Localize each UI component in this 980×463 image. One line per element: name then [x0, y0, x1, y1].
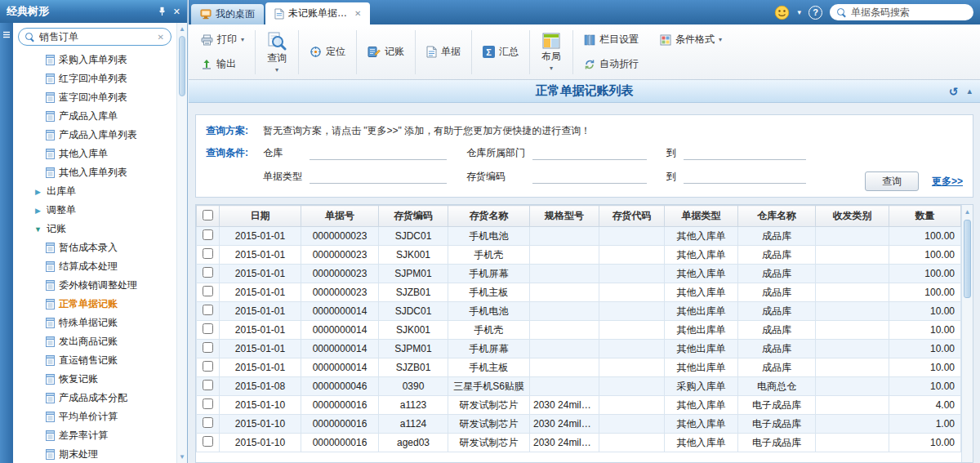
- tree-item[interactable]: ▶ ▼ 产成品入库单列表: [13, 126, 176, 145]
- row-checkbox[interactable]: [203, 361, 213, 372]
- tree-item[interactable]: ▶ ▼ 其他入库单: [13, 145, 176, 163]
- row-checkbox[interactable]: [203, 380, 213, 390]
- row-checkbox[interactable]: [203, 286, 213, 296]
- smiley-icon[interactable]: [774, 5, 790, 20]
- clear-search-icon[interactable]: ✕: [158, 33, 164, 42]
- table-row[interactable]: 2015-01-10 0000000016 aged03 研发试制芯片 2030…: [197, 434, 961, 452]
- query-button[interactable]: 查询 ▾: [260, 29, 294, 76]
- column-header[interactable]: 单据号: [301, 206, 379, 227]
- conditional-format-button[interactable]: 条件格式 ▾: [653, 30, 728, 49]
- tree-item[interactable]: ▶ ▼ 特殊单据记账: [13, 314, 176, 332]
- table-row[interactable]: 2015-01-01 0000000014 SJPM01 手机屏幕 其他出库单 …: [197, 340, 961, 358]
- collapse-panel-icon[interactable]: ▴: [967, 86, 972, 96]
- column-header[interactable]: 存货名称: [448, 206, 530, 227]
- tree-item[interactable]: ▶ ▼ 结算成本处理: [13, 257, 176, 276]
- row-checkbox[interactable]: [203, 417, 213, 428]
- layout-button[interactable]: 布局 ▾: [534, 30, 568, 74]
- run-query-button[interactable]: 查询: [865, 171, 919, 191]
- locate-button[interactable]: 定位: [303, 42, 352, 61]
- tree-item[interactable]: ▶ ▼ 恢复记账: [13, 370, 176, 389]
- table-row[interactable]: 2015-01-10 0000000016 a1123 研发试制芯片 2030 …: [197, 396, 961, 415]
- tree-item[interactable]: ▶ ▼ 红字回冲单列表: [13, 69, 176, 88]
- table-row[interactable]: 2015-01-01 0000000014 SJK001 手机壳 其他出库单 成…: [197, 321, 961, 340]
- tree-item[interactable]: ▶ ▼ 暂估成本录入: [13, 238, 176, 257]
- sidebar-search-input[interactable]: [39, 31, 154, 42]
- table-row[interactable]: 2015-01-01 0000000023 SJK001 手机壳 其他入库单 成…: [197, 246, 961, 265]
- tab-unposted-docs[interactable]: 未记账单据… ✕: [265, 2, 370, 24]
- summary-button[interactable]: Σ 汇总: [476, 42, 525, 61]
- tree-item[interactable]: ▶ ▼ 期末处理: [13, 445, 176, 463]
- column-header[interactable]: 数量: [889, 206, 961, 227]
- column-header[interactable]: 规格型号: [530, 206, 599, 227]
- refresh-icon[interactable]: ↺: [949, 85, 959, 98]
- output-button[interactable]: 输出: [194, 55, 251, 73]
- row-checkbox[interactable]: [203, 267, 213, 278]
- tree-item[interactable]: ▶ ▼ 采购入库单列表: [13, 51, 176, 69]
- select-all-checkbox[interactable]: [203, 210, 213, 220]
- print-button[interactable]: 打印 ▾: [194, 30, 251, 49]
- warehouse-input[interactable]: [310, 146, 447, 160]
- warehouse-dept-input[interactable]: [532, 146, 647, 160]
- chevron-down-icon[interactable]: ▾: [797, 8, 801, 16]
- table-scrollbar[interactable]: ▲: [961, 205, 973, 462]
- document-icon: [46, 449, 55, 460]
- table-row[interactable]: 2015-01-01 0000000023 SJZB01 手机主板 其他入库单 …: [197, 283, 961, 302]
- barcode-search-input[interactable]: [851, 7, 966, 18]
- more-link[interactable]: 更多>>: [932, 175, 963, 189]
- tree-item[interactable]: ▶ ▼ 记账: [13, 220, 176, 238]
- close-sidebar-icon[interactable]: ✕: [173, 7, 180, 17]
- sidebar-collapse-strip[interactable]: [0, 23, 13, 463]
- table-body: 2015-01-01 0000000023 SJDC01 手机电池 其他入库单 …: [197, 227, 961, 452]
- close-tab-icon[interactable]: ✕: [354, 9, 361, 18]
- tree-item[interactable]: ▶ ▼ 发出商品记账: [13, 332, 176, 351]
- tree-item[interactable]: ▶ ▼ 委外核销调整处理: [13, 276, 176, 295]
- help-icon[interactable]: ?: [808, 6, 822, 20]
- scroll-up-icon[interactable]: ▲: [177, 25, 187, 33]
- tree-item[interactable]: ▶ ▼ 调整单: [13, 201, 176, 220]
- row-checkbox[interactable]: [203, 342, 213, 353]
- scroll-down-icon[interactable]: ▼: [177, 453, 187, 461]
- column-header[interactable]: 存货代码: [599, 206, 665, 227]
- table-row[interactable]: 2015-01-01 0000000014 SJDC01 手机电池 其他出库单 …: [197, 302, 961, 321]
- doc-type-input[interactable]: [310, 170, 447, 184]
- column-header[interactable]: 仓库名称: [738, 206, 816, 227]
- pin-icon[interactable]: [158, 7, 166, 16]
- tree-item[interactable]: ▶ ▼ 平均单价计算: [13, 407, 176, 426]
- post-button[interactable]: 记账: [361, 42, 411, 61]
- column-header[interactable]: 收发类别: [816, 206, 889, 227]
- table-row[interactable]: 2015-01-01 0000000023 SJPM01 手机屏幕 其他入库单 …: [197, 265, 961, 283]
- scrollbar-thumb[interactable]: [179, 36, 185, 96]
- tree-item[interactable]: ▶ ▼ 其他入库单列表: [13, 163, 176, 182]
- scrollbar-thumb[interactable]: [964, 220, 971, 298]
- tab-my-desktop[interactable]: 我的桌面: [191, 4, 264, 24]
- column-settings-button[interactable]: 栏目设置: [577, 30, 645, 49]
- tree-item[interactable]: ▶ ▼ 产成品成本分配: [13, 389, 176, 407]
- inv-code-input[interactable]: [532, 170, 647, 184]
- tree-item[interactable]: ▶ ▼ 差异率计算: [13, 426, 176, 445]
- document-button[interactable]: 单据: [420, 42, 467, 61]
- table-row[interactable]: 2015-01-10 0000000016 a1124 研发试制芯片 2030 …: [197, 415, 961, 434]
- column-header[interactable]: 单据类型: [665, 206, 738, 227]
- auto-wrap-button[interactable]: 自动折行: [577, 55, 645, 73]
- sidebar-scrollbar[interactable]: ▲ ▼: [176, 23, 187, 463]
- inv-code-to-input[interactable]: [684, 170, 806, 184]
- row-checkbox[interactable]: [203, 398, 213, 409]
- table-row[interactable]: 2015-01-01 0000000014 SJZB01 手机主板 其他出库单 …: [197, 358, 961, 377]
- warehouse-dept-to-input[interactable]: [684, 146, 806, 160]
- tree-item[interactable]: ▶ ▼ 正常单据记账: [13, 295, 176, 314]
- tree-item[interactable]: ▶ ▼ 直运销售记账: [13, 351, 176, 370]
- row-checkbox[interactable]: [203, 305, 213, 315]
- scroll-up-icon[interactable]: ▲: [962, 205, 973, 216]
- row-checkbox[interactable]: [203, 436, 213, 447]
- table-row[interactable]: 2015-01-01 0000000023 SJDC01 手机电池 其他入库单 …: [197, 227, 961, 246]
- column-header[interactable]: 日期: [220, 206, 301, 227]
- tree-item[interactable]: ▶ ▼ 出库单: [13, 182, 176, 201]
- tree-item[interactable]: ▶ ▼ 产成品入库单: [13, 107, 176, 126]
- table-row[interactable]: 2015-01-08 0000000046 0390 三星手机S6贴膜 采购入库…: [197, 377, 961, 396]
- row-checkbox[interactable]: [203, 323, 213, 334]
- row-checkbox[interactable]: [203, 248, 213, 259]
- auto-wrap-label: 自动折行: [599, 57, 639, 71]
- column-header[interactable]: 存货编码: [379, 206, 448, 227]
- tree-item[interactable]: ▶ ▼ 蓝字回冲单列表: [13, 88, 176, 107]
- row-checkbox[interactable]: [203, 229, 213, 240]
